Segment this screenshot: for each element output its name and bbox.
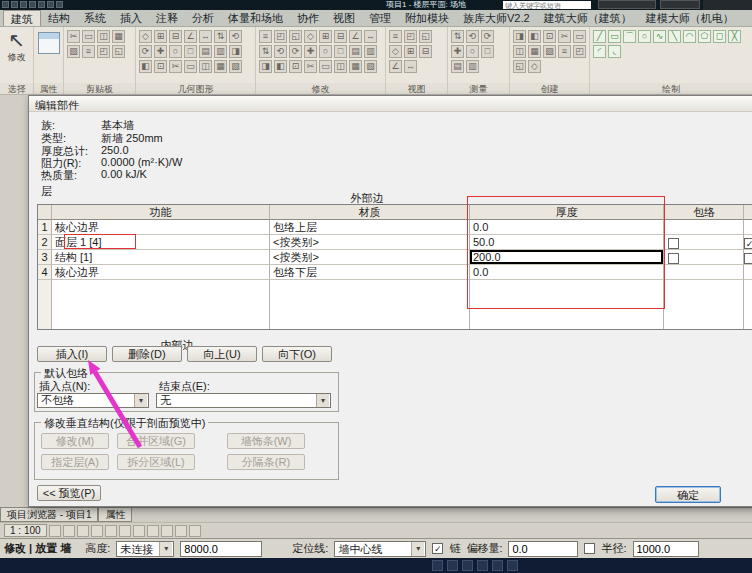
tool-icon[interactable]: ▭	[573, 30, 586, 43]
tool-icon[interactable]: ✚	[451, 45, 464, 58]
tool-icon[interactable]: ✂	[67, 30, 80, 43]
tool-icon[interactable]: ⟳	[481, 30, 494, 43]
tool-icon[interactable]: ≡	[82, 45, 95, 58]
tool-icon[interactable]: ⇅	[451, 30, 464, 43]
draw-spline-icon[interactable]: ∿	[653, 30, 666, 43]
cell-thickness[interactable]: 0.0	[470, 265, 664, 280]
tab-family-master[interactable]: 族库大师V2.2	[456, 10, 537, 26]
preview-button[interactable]: << 预览(P)	[37, 485, 101, 501]
taskbar-icon[interactable]	[447, 560, 458, 571]
tool-icon[interactable]: ▤	[349, 45, 362, 58]
tool-icon[interactable]: ◨	[259, 60, 272, 73]
cell-function[interactable]: 面层 1 [4]	[52, 235, 270, 250]
caption-clipboard[interactable]: 剪贴板	[64, 83, 136, 94]
cell-function[interactable]: 结构 [1]	[52, 250, 270, 265]
tool-icon[interactable]: ○	[466, 45, 479, 58]
tool-icon[interactable]: ⇅	[214, 30, 227, 43]
taskbar-icon[interactable]	[507, 560, 518, 571]
tool-icon[interactable]: ▤	[451, 60, 464, 73]
tool-icon[interactable]: ◫	[334, 60, 347, 73]
undo-icon[interactable]	[20, 1, 27, 8]
tab-insert[interactable]: 插入	[113, 10, 149, 26]
tool-icon[interactable]: ◧	[274, 60, 287, 73]
taskbar-icon[interactable]	[477, 560, 488, 571]
tool-icon[interactable]: ▤	[199, 45, 212, 58]
cell-material[interactable]: <按类别>	[270, 235, 470, 250]
tool-icon[interactable]: ✚	[154, 45, 167, 58]
structural-checkbox[interactable]	[744, 253, 752, 264]
tool-icon[interactable]: ⟳	[289, 45, 302, 58]
tool-icon[interactable]: ▭	[184, 60, 197, 73]
tool-icon[interactable]: ≡	[558, 45, 571, 58]
tool-icon[interactable]: ↔	[199, 30, 212, 43]
tool-icon[interactable]: ◇	[304, 30, 317, 43]
tool-icon[interactable]: ↔	[404, 60, 417, 73]
project-browser-tab[interactable]: 项目浏览器 - 项目1	[0, 508, 98, 522]
tab-architecture[interactable]: 建筑	[3, 10, 41, 26]
caption-modify[interactable]: 修改	[256, 83, 386, 94]
tool-icon[interactable]: ◇	[528, 60, 541, 73]
save-icon[interactable]	[11, 1, 18, 8]
signin-panel[interactable]	[660, 0, 700, 9]
tool-icon[interactable]: ∠	[349, 30, 362, 43]
tool-icon[interactable]: ▧	[67, 45, 80, 58]
tool-icon[interactable]: ✂	[304, 60, 317, 73]
tool-icon[interactable]: ⊡	[289, 60, 302, 73]
analytical-model-icon[interactable]	[175, 525, 187, 537]
tool-icon[interactable]: ◧	[139, 60, 152, 73]
ok-button[interactable]: 确定	[655, 486, 721, 503]
search-input[interactable]	[503, 1, 591, 9]
tool-icon[interactable]: ⊟	[419, 45, 432, 58]
tab-systems[interactable]: 系统	[77, 10, 113, 26]
tab-manage[interactable]: 管理	[362, 10, 398, 26]
visual-style-icon[interactable]	[63, 525, 75, 537]
draw-circle-icon[interactable]: ○	[638, 30, 651, 43]
assign-layers-button[interactable]: 指定层(A)	[41, 454, 109, 470]
tool-icon[interactable]: ◨	[513, 30, 526, 43]
tool-icon[interactable]: ≡	[259, 30, 272, 43]
dialog-title[interactable]: 编辑部件	[29, 96, 752, 112]
properties-tab[interactable]: 属性	[98, 508, 132, 522]
caption-view[interactable]: 视图	[386, 83, 448, 94]
tool-icon[interactable]: ▥	[364, 45, 377, 58]
tool-icon[interactable]: ⊟	[334, 30, 347, 43]
wrap-checkbox[interactable]	[668, 238, 679, 249]
move-up-button[interactable]: 向上(U)	[187, 346, 257, 362]
location-line-dropdown[interactable]: 墙中心线	[334, 541, 426, 557]
tool-icon[interactable]: ▭	[319, 60, 332, 73]
tab-massing-site[interactable]: 体量和场地	[221, 10, 290, 26]
tool-icon[interactable]: ⊡	[543, 30, 556, 43]
tool-icon[interactable]: ◰	[274, 30, 287, 43]
height-mode-dropdown[interactable]: 未连接	[116, 541, 174, 557]
tab-view[interactable]: 视图	[326, 10, 362, 26]
caption-draw[interactable]: 绘制	[590, 83, 752, 94]
tool-icon[interactable]: ▦	[349, 60, 362, 73]
properties-icon[interactable]	[38, 32, 60, 54]
tool-icon[interactable]: □	[481, 45, 494, 58]
3d-view-icon[interactable]	[56, 1, 63, 8]
tab-mep-master[interactable]: 建模大师（机电）	[639, 10, 741, 26]
delete-button[interactable]: 删除(D)	[112, 346, 182, 362]
merge-regions-button[interactable]: 合并区域(G)	[117, 433, 195, 449]
draw-arc3-icon[interactable]: ◜	[593, 45, 606, 58]
modify-button[interactable]: 修改(M)	[41, 433, 109, 449]
tool-icon[interactable]: ◇	[389, 45, 402, 58]
tool-icon[interactable]: ◫	[199, 60, 212, 73]
taskbar-icon[interactable]	[432, 560, 443, 571]
tool-icon[interactable]: ∠	[389, 60, 402, 73]
tool-icon[interactable]: ⇅	[259, 45, 272, 58]
cell-thickness[interactable]: 50.0	[470, 235, 664, 250]
tool-icon[interactable]: ⊡	[154, 60, 167, 73]
tool-icon[interactable]: ⟲	[229, 30, 242, 43]
redo-icon[interactable]	[29, 1, 36, 8]
tool-icon[interactable]: ◱	[513, 60, 526, 73]
tab-structure[interactable]: 结构	[41, 10, 77, 26]
caption-geometry[interactable]: 几何图形	[136, 83, 256, 94]
radius-checkbox[interactable]	[584, 543, 595, 554]
unlock-view-icon[interactable]	[133, 525, 145, 537]
draw-line-icon[interactable]: ╱	[593, 30, 606, 43]
crop-view-icon[interactable]	[105, 525, 117, 537]
tool-icon[interactable]: ⟲	[274, 45, 287, 58]
move-down-button[interactable]: 向下(O)	[262, 346, 332, 362]
split-region-button[interactable]: 拆分区域(L)	[117, 454, 195, 470]
